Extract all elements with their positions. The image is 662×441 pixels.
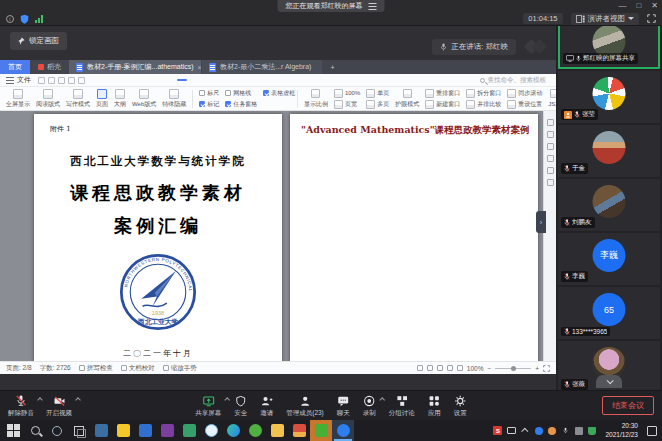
taskbar-app[interactable] [266, 420, 288, 441]
ribbon-checkbox[interactable]: 标尺 [199, 89, 219, 98]
participants-collapse-button[interactable] [596, 375, 622, 388]
document-tab[interactable]: 教材2-手册-案例汇编...athematics) × [69, 60, 201, 74]
lock-screen-button[interactable]: 锁定画面 [10, 32, 67, 50]
minimize-button[interactable]: — [618, 0, 626, 12]
toolbar-button[interactable]: 共享屏幕 [195, 394, 221, 418]
outline-view-icon[interactable] [457, 365, 463, 371]
spellcheck-toggle[interactable]: 拼写检查 [79, 364, 113, 373]
ribbon-tab[interactable] [109, 79, 119, 81]
wps-side-toolbar[interactable] [543, 111, 556, 361]
ribbon-tool-button[interactable]: 多页 [366, 99, 389, 110]
toolbar-button[interactable]: 聊天 [337, 394, 350, 418]
end-meeting-button[interactable]: 结束会议 [602, 396, 654, 415]
participant-tile[interactable]: 李巍 李巍 [558, 233, 660, 285]
tray-app-orange-icon[interactable] [548, 427, 556, 435]
wps-home-tab[interactable]: 首页 [0, 60, 30, 74]
taskbar-app[interactable] [90, 420, 112, 441]
ribbon-view-button[interactable]: Web版式 [132, 89, 156, 109]
quick-access-icons[interactable] [38, 77, 85, 84]
ribbon-checkbox[interactable]: 网格线 [225, 89, 257, 98]
chevron-up-icon[interactable] [224, 397, 230, 403]
taskbar-app[interactable] [68, 420, 90, 441]
taskbar-app[interactable] [46, 420, 68, 441]
toolbar-button[interactable]: 解除静音 [8, 394, 34, 418]
toolbar-button[interactable]: 安全 [234, 394, 247, 418]
gesture-toggle[interactable]: 缩放手势 [163, 364, 197, 373]
taskbar-app[interactable] [310, 420, 332, 441]
taskbar-app[interactable] [332, 420, 354, 441]
ribbon-tool-button[interactable]: 重设位置 [507, 99, 542, 110]
ribbon-tool-button[interactable]: 护眼模式 [395, 88, 419, 110]
tray-app-blue-icon[interactable] [535, 427, 543, 435]
screen-watch-banner[interactable]: 您正在观看郑红映的屏幕 [278, 0, 385, 12]
chevron-up-icon[interactable] [37, 397, 43, 403]
maximize-button[interactable]: □ [636, 0, 641, 12]
taskbar-clock[interactable]: 20:30 2021/12/23 [601, 422, 642, 439]
toolbar-button[interactable]: 设置 [454, 394, 467, 418]
ribbon-checkbox[interactable]: 任务窗格 [225, 100, 257, 109]
tab-close-icon[interactable]: × [198, 64, 201, 71]
banner-menu-icon[interactable] [369, 3, 377, 10]
taskbar-app[interactable] [112, 420, 134, 441]
zoom-slider-knob[interactable] [511, 366, 516, 371]
taskbar-app[interactable] [178, 420, 200, 441]
toolbar-button[interactable]: 录制 [363, 394, 376, 418]
ribbon-tool-button[interactable]: 单页 [366, 88, 389, 99]
tray-security-icon[interactable] [588, 427, 596, 435]
fullscreen-icon[interactable] [647, 14, 656, 23]
ime-icon[interactable]: S [493, 426, 502, 435]
ribbon-tool-button[interactable]: 重排窗口 [425, 88, 460, 99]
network-signal-icon[interactable] [35, 15, 43, 23]
page-view-icon[interactable] [437, 365, 443, 371]
chevron-up-icon[interactable] [379, 397, 385, 403]
ribbon-tool-button[interactable]: 新建窗口 [425, 99, 460, 110]
taskbar-app[interactable] [24, 420, 46, 441]
display-icon[interactable] [507, 427, 516, 434]
taskbar-app[interactable] [222, 420, 244, 441]
zoom-out-button[interactable]: − [487, 365, 491, 372]
ribbon-tab[interactable] [177, 79, 187, 81]
ribbon-tab[interactable] [228, 79, 238, 81]
ribbon-tab[interactable] [160, 79, 170, 81]
proofing-toggle[interactable]: 文档校对 [121, 364, 155, 373]
ribbon-tool-button[interactable]: 页宽 [334, 99, 360, 110]
security-shield-icon[interactable] [20, 14, 29, 24]
ribbon-tab[interactable] [92, 79, 102, 81]
ribbon-view-button[interactable]: 全屏显示 [6, 89, 30, 109]
ribbon-tab[interactable] [245, 79, 255, 81]
toolbar-button[interactable]: 开启视频 [46, 394, 72, 418]
tray-expand-icon[interactable] [521, 426, 530, 435]
toolbar-button[interactable]: 邀请 [260, 394, 273, 418]
action-center-icon[interactable] [647, 426, 657, 436]
wps-docer-tab[interactable]: 稻壳 [30, 60, 69, 74]
taskbar-app[interactable] [288, 420, 310, 441]
ribbon-tool-button[interactable]: JS宏 [548, 88, 556, 110]
ribbon-checkbox[interactable]: 表格虚框 [263, 89, 295, 98]
ribbon-tab[interactable] [194, 79, 204, 81]
participant-tile[interactable]: 于金 [558, 125, 660, 177]
document-page-content[interactable]: "Advanced Mathematics"课程思政教学素材案例 [290, 114, 538, 361]
ribbon-checkbox[interactable]: 标记 [199, 100, 219, 109]
taskbar-app[interactable] [156, 420, 178, 441]
ribbon-tab[interactable] [211, 79, 221, 81]
new-tab-button[interactable]: + [323, 60, 341, 74]
toolbar-button[interactable]: 管理成员(23) [286, 394, 324, 418]
participant-tile[interactable]: 张莹 [558, 71, 660, 123]
document-page-cover[interactable]: 附件 1 西北工业大学数学与统计学院 课程思政教学素材 案例汇编 NORTHWE… [34, 114, 282, 361]
participant-tile[interactable]: 65 133****3965 [558, 287, 660, 339]
chevron-up-icon[interactable] [75, 397, 81, 403]
ribbon-tab[interactable] [143, 79, 153, 81]
info-icon[interactable]: i [6, 15, 14, 23]
ribbon-tool-button[interactable]: 显示比例 [304, 88, 328, 110]
tray-board-icon[interactable] [575, 427, 583, 435]
toolbar-button[interactable]: 分组讨论 [389, 394, 415, 418]
ribbon-view-button[interactable]: 页面 [96, 89, 108, 109]
taskbar-app[interactable] [2, 420, 24, 441]
ribbon-view-button[interactable]: 阅读版式 [36, 89, 60, 109]
taskbar-app[interactable] [200, 420, 222, 441]
participant-tile[interactable]: 郑红映的屏幕共享 [558, 26, 660, 69]
ribbon-tool-button[interactable]: 同步滚动 [507, 88, 542, 99]
command-search[interactable]: 查找命令、搜索模板 [480, 76, 551, 85]
ribbon-tool-button[interactable]: 100% [334, 88, 360, 99]
view-mode-button[interactable]: 演讲者视图 [571, 13, 640, 25]
